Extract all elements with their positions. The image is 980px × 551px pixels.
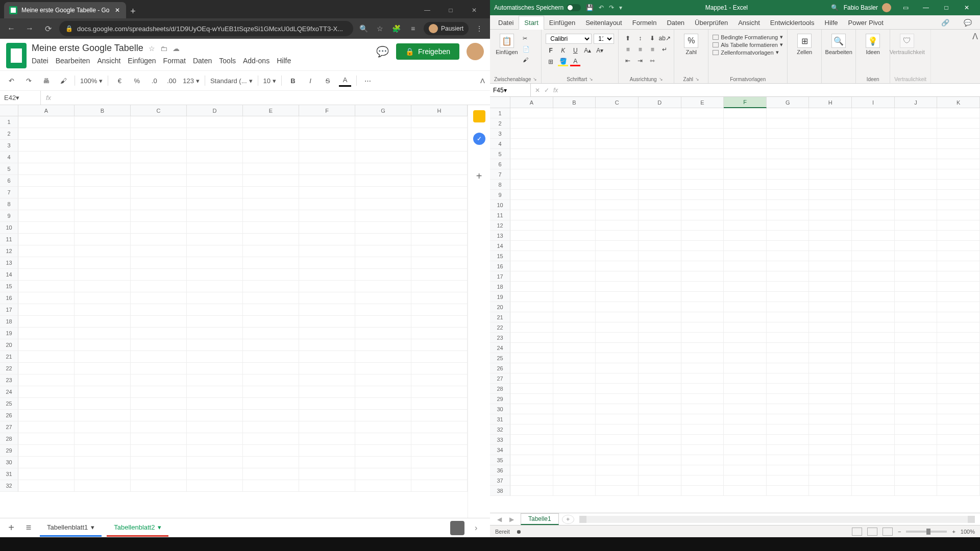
- cell[interactable]: [937, 363, 980, 373]
- cell[interactable]: [767, 149, 810, 159]
- cell[interactable]: [553, 363, 596, 373]
- cell[interactable]: [131, 187, 187, 198]
- chrome-menu-icon[interactable]: ⋮: [473, 22, 486, 35]
- extensions-icon[interactable]: 🧩: [390, 22, 403, 35]
- cell[interactable]: [767, 200, 810, 210]
- row-header[interactable]: 19: [490, 292, 510, 302]
- cell[interactable]: [639, 190, 681, 200]
- cell[interactable]: [681, 169, 724, 180]
- cell[interactable]: [299, 152, 355, 163]
- cell[interactable]: [809, 282, 852, 292]
- cell[interactable]: [131, 269, 187, 281]
- search-icon[interactable]: 🔍: [831, 4, 839, 11]
- cell[interactable]: [75, 386, 131, 398]
- cell[interactable]: [724, 333, 767, 343]
- cell[interactable]: [596, 343, 639, 353]
- collapse-toolbar-icon[interactable]: ᐱ: [480, 77, 485, 85]
- cell[interactable]: [767, 241, 810, 251]
- cell[interactable]: [243, 410, 299, 421]
- row-header[interactable]: 32: [490, 424, 510, 435]
- row-header[interactable]: 38: [490, 486, 510, 496]
- cell[interactable]: [411, 480, 468, 492]
- cell[interactable]: [852, 180, 895, 190]
- cell[interactable]: [937, 241, 980, 251]
- align-bottom-icon[interactable]: ⬇: [647, 34, 657, 43]
- cell[interactable]: [131, 328, 187, 339]
- cell[interactable]: [131, 445, 187, 457]
- cell[interactable]: [809, 333, 852, 343]
- cell[interactable]: [724, 435, 767, 445]
- zoom-level[interactable]: 100%: [961, 529, 975, 535]
- cell[interactable]: [18, 421, 75, 433]
- tab-ansicht[interactable]: Ansicht: [733, 16, 765, 29]
- row-header[interactable]: 23: [0, 374, 18, 386]
- cell[interactable]: [639, 414, 681, 424]
- cell[interactable]: [187, 398, 243, 410]
- cell[interactable]: [639, 394, 681, 404]
- cell[interactable]: [411, 187, 468, 198]
- conditional-formatting-button[interactable]: Bedingte Formatierung ▾: [713, 34, 783, 40]
- cell[interactable]: [681, 343, 724, 353]
- cell[interactable]: [553, 200, 596, 210]
- cell[interactable]: [187, 410, 243, 421]
- cell[interactable]: [937, 445, 980, 455]
- cell[interactable]: [553, 322, 596, 333]
- cell[interactable]: [187, 457, 243, 468]
- dialog-launcher-icon[interactable]: ↘: [695, 77, 699, 82]
- cell[interactable]: [724, 169, 767, 180]
- cell[interactable]: [937, 404, 980, 414]
- cell[interactable]: [75, 480, 131, 492]
- cell[interactable]: [937, 333, 980, 343]
- row-header[interactable]: 21: [490, 312, 510, 322]
- cell[interactable]: [596, 445, 639, 455]
- cell[interactable]: [553, 220, 596, 231]
- cell[interactable]: [767, 261, 810, 271]
- cell[interactable]: [355, 234, 411, 245]
- cell[interactable]: [299, 187, 355, 198]
- cell[interactable]: [724, 149, 767, 159]
- cell[interactable]: [639, 404, 681, 414]
- cell[interactable]: [187, 116, 243, 128]
- enter-icon[interactable]: ✓: [544, 87, 549, 94]
- ideas-button[interactable]: 💡Ideen: [860, 34, 886, 55]
- cell[interactable]: [767, 129, 810, 139]
- cell[interactable]: [75, 410, 131, 421]
- cell[interactable]: [767, 455, 810, 465]
- cell[interactable]: [596, 424, 639, 435]
- cell[interactable]: [809, 241, 852, 251]
- cell[interactable]: [724, 353, 767, 363]
- cell[interactable]: [355, 222, 411, 234]
- cell[interactable]: [681, 475, 724, 486]
- cell[interactable]: [243, 304, 299, 316]
- cell[interactable]: [852, 302, 895, 312]
- cell[interactable]: [639, 312, 681, 322]
- align-left-icon[interactable]: ≡: [623, 45, 633, 54]
- cell[interactable]: [596, 190, 639, 200]
- cell[interactable]: [299, 269, 355, 281]
- cell[interactable]: [767, 475, 810, 486]
- row-header[interactable]: 18: [0, 316, 18, 328]
- cell[interactable]: [724, 282, 767, 292]
- cell[interactable]: [299, 245, 355, 257]
- cell[interactable]: [131, 257, 187, 269]
- cell[interactable]: [767, 251, 810, 261]
- row-header[interactable]: 32: [0, 480, 18, 492]
- bookmark-star-icon[interactable]: ☆: [374, 22, 387, 35]
- cell[interactable]: [895, 149, 938, 159]
- cell[interactable]: [411, 433, 468, 445]
- row-header[interactable]: 35: [490, 455, 510, 465]
- cell[interactable]: [553, 169, 596, 180]
- cell[interactable]: [187, 363, 243, 374]
- decrease-indent-icon[interactable]: ⇤: [623, 56, 633, 65]
- col-header[interactable]: D: [639, 97, 681, 108]
- fx-icon[interactable]: fx: [553, 87, 558, 94]
- cell[interactable]: [809, 231, 852, 241]
- back-button[interactable]: ←: [4, 21, 18, 36]
- tab-hilfe[interactable]: Hilfe: [820, 16, 843, 29]
- cell[interactable]: [75, 445, 131, 457]
- cell[interactable]: [510, 445, 553, 455]
- number-format-button[interactable]: % Zahl: [678, 34, 704, 55]
- cell[interactable]: [299, 457, 355, 468]
- add-sheet-button[interactable]: +: [5, 522, 17, 534]
- row-header[interactable]: 24: [490, 343, 510, 353]
